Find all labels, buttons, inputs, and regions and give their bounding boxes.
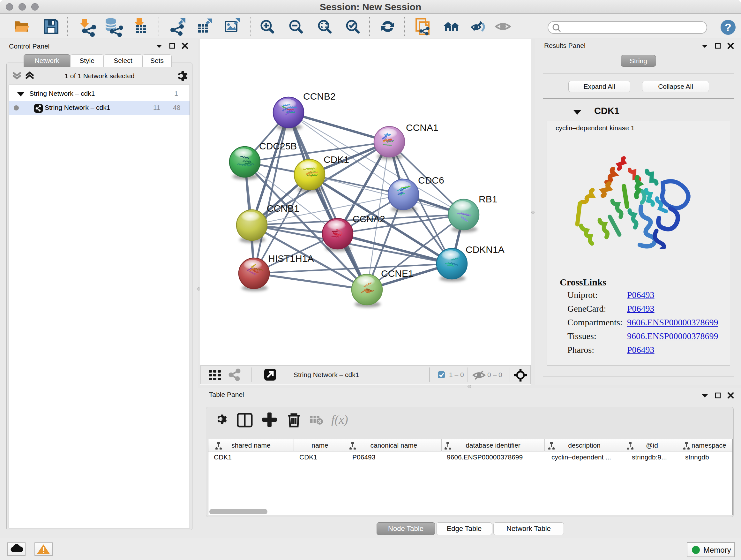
svg-text:CCNA2: CCNA2 xyxy=(353,213,385,224)
svg-text:CDC25B: CDC25B xyxy=(259,141,297,151)
svg-text:0 – 0: 0 – 0 xyxy=(487,371,502,378)
svg-text:CCNE1: CCNE1 xyxy=(381,268,414,279)
svg-text:CCNA1: CCNA1 xyxy=(406,122,439,133)
svg-text:1 – 0: 1 – 0 xyxy=(449,371,464,378)
svg-text:CCNB2: CCNB2 xyxy=(303,91,336,102)
svg-text:String Network – cdk1: String Network – cdk1 xyxy=(293,371,359,378)
svg-text:CDKN1A: CDKN1A xyxy=(466,244,504,255)
svg-text:CDK1: CDK1 xyxy=(324,154,349,165)
svg-text:CDC6: CDC6 xyxy=(418,175,444,186)
svg-text:CCNB1: CCNB1 xyxy=(267,203,299,213)
svg-text:f(x): f(x) xyxy=(331,413,348,427)
svg-text:HIST1H1A: HIST1H1A xyxy=(268,253,314,264)
svg-text:RB1: RB1 xyxy=(479,194,497,204)
